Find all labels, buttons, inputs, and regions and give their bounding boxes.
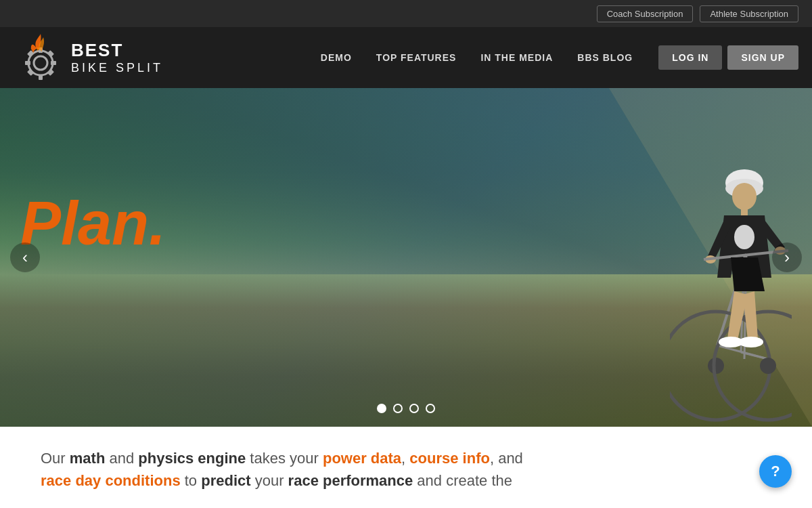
svg-line-23: [717, 345, 768, 359]
athlete-subscription-button[interactable]: Athlete Subscription: [700, 5, 798, 22]
logo-text: BEST BIKE SPLIT: [71, 40, 163, 75]
help-button[interactable]: ?: [759, 455, 792, 488]
info-predict: predict: [201, 472, 250, 489]
svg-rect-8: [27, 69, 34, 76]
nav-links: DEMO TOP FEATURES IN THE MEDIA BBS BLOG: [309, 52, 645, 63]
info-race-performance: race performance: [288, 472, 413, 489]
nav-bbs-blog[interactable]: BBS BLOG: [565, 52, 645, 63]
svg-point-25: [708, 358, 724, 374]
svg-rect-5: [51, 61, 56, 65]
top-bar: Coach Subscription Athlete Subscription: [0, 0, 812, 27]
navbar: BEST BIKE SPLIT DEMO TOP FEATURES IN THE…: [0, 27, 812, 88]
svg-point-15: [734, 225, 754, 249]
svg-point-27: [760, 358, 776, 374]
info-text-2: race day conditions to predict your race…: [41, 469, 771, 492]
cyclist-svg: [670, 142, 792, 427]
info-and2: , and: [490, 450, 523, 467]
info-and-create: and create the: [413, 472, 512, 489]
svg-point-13: [732, 183, 757, 210]
login-button[interactable]: LOG IN: [658, 45, 722, 70]
logo-bikesplit: BIKE SPLIT: [71, 61, 163, 75]
info-to: to: [181, 472, 202, 489]
logo-best: BEST: [71, 40, 163, 61]
nav-top-features[interactable]: TOP FEATURES: [364, 52, 469, 63]
nav-auth: LOG IN SIGN UP: [658, 45, 798, 70]
info-section: Our math and physics engine takes your p…: [0, 427, 812, 508]
info-and: and: [105, 450, 138, 467]
info-our: Our: [41, 450, 70, 467]
svg-rect-3: [39, 75, 43, 80]
info-race-day: race day conditions: [41, 472, 181, 489]
logo[interactable]: BEST BIKE SPLIT: [14, 30, 163, 85]
info-physics-engine: physics engine: [138, 450, 246, 467]
svg-rect-9: [47, 69, 54, 76]
slider-prev-button[interactable]: ‹: [10, 242, 40, 272]
svg-rect-7: [47, 50, 54, 57]
hero-slider: Plan.: [0, 88, 812, 427]
svg-rect-14: [741, 207, 748, 217]
slider-dots: [377, 404, 435, 413]
slider-dot-1[interactable]: [377, 404, 386, 413]
slider-next-button[interactable]: ›: [772, 242, 802, 272]
signup-button[interactable]: SIGN UP: [727, 45, 798, 70]
info-math: math: [70, 450, 106, 467]
svg-rect-4: [25, 61, 30, 65]
info-your: your: [251, 472, 288, 489]
info-power-data: power data: [323, 450, 401, 467]
svg-point-29: [739, 337, 763, 347]
svg-point-1: [34, 56, 47, 70]
coach-subscription-button[interactable]: Coach Subscription: [597, 5, 694, 22]
nav-demo[interactable]: DEMO: [309, 52, 364, 63]
slider-dot-2[interactable]: [393, 404, 403, 413]
slider-dot-3[interactable]: [409, 404, 419, 413]
info-course-info: course info: [409, 450, 490, 467]
hero-headline: Plan.: [20, 189, 166, 259]
info-text: Our math and physics engine takes your p…: [41, 447, 771, 469]
info-takes: takes your: [246, 450, 323, 467]
slider-dot-4[interactable]: [426, 404, 435, 413]
nav-in-the-media[interactable]: IN THE MEDIA: [468, 52, 565, 63]
info-comma: ,: [401, 450, 409, 467]
hero-cyclist: [663, 129, 798, 427]
logo-icon: [14, 30, 68, 85]
